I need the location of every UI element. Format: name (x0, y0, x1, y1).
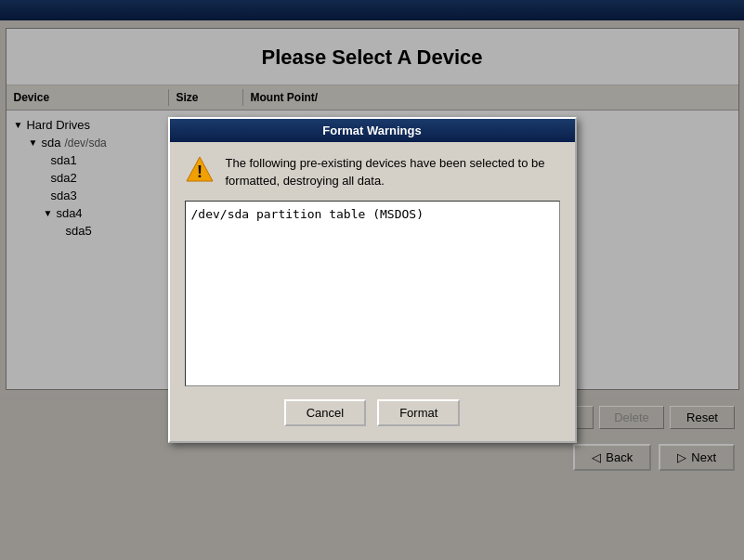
svg-text:!: ! (197, 163, 202, 181)
modal-title: Format Warnings (322, 124, 421, 137)
modal-overlay: Format Warnings ! The following pre-exis… (0, 0, 744, 560)
modal-title-bar: Format Warnings (170, 119, 575, 142)
modal-message: The following pre-existing devices have … (226, 155, 560, 189)
cancel-button[interactable]: Cancel (284, 399, 366, 426)
modal-list-box: /dev/sda partition table (MSDOS) (185, 201, 560, 386)
modal-warning-row: ! The following pre-existing devices hav… (185, 155, 560, 189)
warning-icon: ! (185, 155, 215, 185)
format-warnings-dialog: Format Warnings ! The following pre-exis… (168, 117, 577, 442)
modal-buttons: Cancel Format (185, 399, 560, 430)
format-button[interactable]: Format (377, 399, 460, 426)
modal-body: ! The following pre-existing devices hav… (170, 142, 575, 440)
modal-list-content: /dev/sda partition table (MSDOS) (191, 207, 424, 221)
